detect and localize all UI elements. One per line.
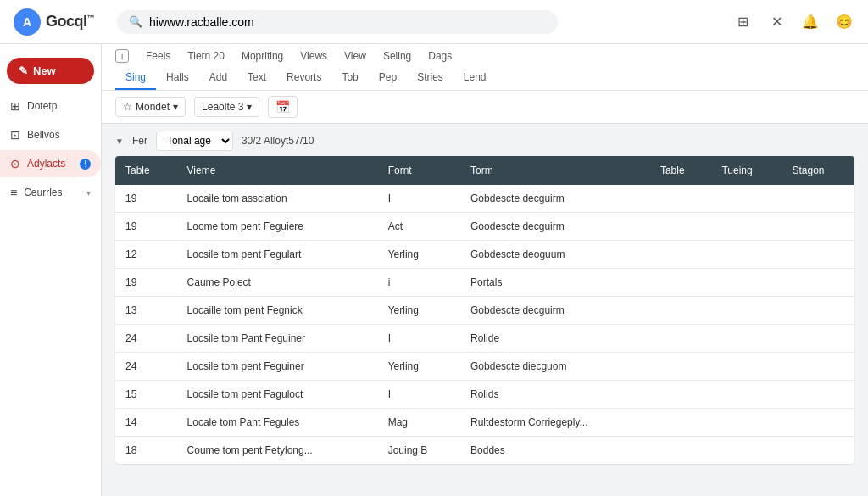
cell-r2-c4: [650, 241, 712, 269]
logo-letter: A: [23, 15, 31, 29]
cell-r7-c1: Locsile tom pent Faguloct: [177, 381, 378, 409]
cell-r2-c2: Yerling: [378, 241, 460, 269]
tab-text[interactable]: Text: [237, 66, 276, 90]
cell-r8-c3: Rultdestorm Corriegeply...: [460, 409, 650, 437]
tab-sing[interactable]: Sing: [115, 66, 156, 90]
row-filter-select[interactable]: Tonal age: [156, 131, 233, 151]
new-button[interactable]: ✎ New: [7, 58, 94, 84]
calendar-button[interactable]: 📅: [268, 96, 298, 118]
cell-r0-c0: 19: [115, 185, 177, 213]
cell-r3-c1: Caume Polect: [177, 269, 378, 297]
new-label: New: [33, 64, 56, 77]
layout: ✎ New ⊞ Dotetp ⊡ Bellvos ⊙ Adylacts ! ≡ …: [0, 44, 868, 496]
nav-top-views[interactable]: Views: [300, 50, 327, 62]
table-area: ▼ Fer Tonal age 30/2 Alloyt57/10 Table V…: [102, 124, 868, 496]
tab-halls[interactable]: Halls: [156, 66, 199, 90]
cell-r5-c3: Rolide: [460, 325, 650, 353]
cell-r1-c3: Goodescte decguirm: [460, 213, 650, 241]
cell-r8-c0: 14: [115, 409, 177, 437]
sidebar-item-dotetp[interactable]: ⊞ Dotetp: [0, 92, 101, 120]
table-row[interactable]: 12Locsile tom pent FegulartYerlingGobdes…: [115, 241, 854, 269]
grid-icon[interactable]: ⊞: [732, 12, 753, 32]
cell-r4-c6: [782, 297, 854, 325]
ceurrles-arrow: ▾: [86, 188, 91, 198]
cell-r1-c1: Loome tom pent Feguiere: [177, 213, 378, 241]
cell-r5-c6: [782, 325, 854, 353]
filter-dropdown-1[interactable]: ☆ Mondet ▾: [115, 97, 186, 117]
nav-top-seling[interactable]: Seling: [383, 50, 411, 62]
logo-circle: A: [14, 8, 41, 36]
notification-icon[interactable]: 🔔: [800, 12, 821, 32]
sidebar: ✎ New ⊞ Dotetp ⊡ Bellvos ⊙ Adylacts ! ≡ …: [0, 44, 102, 496]
cell-r2-c5: [711, 241, 782, 269]
col-header-tueing: Tueing: [711, 156, 782, 185]
main-content: i Feels Tiern 20 Mopriting Views View Se…: [102, 44, 868, 496]
table-row[interactable]: 18Coume tom pent Fetylong...Jouing BBodd…: [115, 437, 854, 465]
nav-top-mopriting[interactable]: Mopriting: [242, 50, 283, 62]
cell-r5-c4: [650, 325, 712, 353]
logo-name: Gocql: [46, 13, 87, 30]
nav-info-icon: i: [115, 49, 129, 63]
sidebar-item-bellvos[interactable]: ⊡ Bellvos: [0, 121, 101, 148]
logo-text: Gocql™: [46, 13, 94, 31]
table-row[interactable]: 24Locsile tom pent FeguinerYerlingGobdes…: [115, 353, 854, 381]
search-input[interactable]: [149, 15, 546, 29]
table-row[interactable]: 19Caume PolectiPortals: [115, 269, 854, 297]
cell-r0-c5: [711, 185, 782, 213]
cell-r1-c4: [650, 213, 712, 241]
sidebar-item-ceurrles[interactable]: ≡ Ceurrles ▾: [0, 179, 101, 206]
nav-top-tiern[interactable]: Tiern 20: [187, 50, 225, 62]
cell-r4-c3: Gobdescte decguirm: [460, 297, 650, 325]
cell-r6-c6: [782, 353, 854, 381]
chevron-down-icon-2: ▾: [247, 101, 252, 113]
cell-r4-c0: 13: [115, 297, 177, 325]
table-row[interactable]: 14Locale tom Pant FegulesMagRultdestorm …: [115, 409, 854, 437]
tab-revorts[interactable]: Revorts: [276, 66, 331, 90]
account-icon[interactable]: 😊: [834, 12, 854, 32]
cell-r6-c5: [711, 353, 782, 381]
nav-top-dags[interactable]: Dags: [428, 50, 452, 62]
cell-r8-c2: Mag: [378, 409, 460, 437]
cell-r8-c5: [711, 409, 782, 437]
calendar-icon: 📅: [275, 100, 290, 114]
col-header-stagon: Stagon: [782, 156, 854, 185]
table-row[interactable]: 24Locsile tom Pant FeguinerIRolide: [115, 325, 854, 353]
nav-top-feels[interactable]: Feels: [146, 50, 170, 62]
table-row[interactable]: 13Locaille tom pent FegnickYerlingGobdes…: [115, 297, 854, 325]
close-icon[interactable]: ✕: [766, 12, 787, 32]
bellvos-icon: ⊡: [10, 128, 20, 142]
sidebar-label-ceurrles: Ceurrles: [24, 187, 62, 198]
tab-add[interactable]: Add: [199, 66, 237, 90]
nav-top-view[interactable]: View: [344, 50, 366, 62]
cell-r4-c4: [650, 297, 712, 325]
row-filter-count: 30/2 Alloyt57/10: [242, 135, 314, 147]
data-table: Table Vieme Fornt Torm Table Tueing Stag…: [115, 156, 854, 464]
sidebar-label-dotetp: Dotetp: [27, 100, 57, 112]
tab-pep[interactable]: Pep: [369, 66, 407, 90]
filter-dropdown-2[interactable]: Leaolte 3 ▾: [194, 97, 259, 117]
cell-r4-c1: Locaille tom pent Fegnick: [177, 297, 378, 325]
search-bar[interactable]: 🔍: [117, 10, 558, 34]
table-row[interactable]: 15Locsile tom pent FaguloctIRolids: [115, 381, 854, 409]
filter-icon-1: ☆: [123, 101, 132, 113]
cell-r9-c6: [782, 437, 854, 465]
filter-label-1: Mondet: [136, 101, 170, 113]
nav-top: i Feels Tiern 20 Mopriting Views View Se…: [115, 44, 854, 66]
cell-r9-c0: 18: [115, 437, 177, 465]
cell-r1-c6: [782, 213, 854, 241]
cell-r6-c2: Yerling: [378, 353, 460, 381]
tab-stries[interactable]: Stries: [407, 66, 453, 90]
cell-r3-c2: i: [378, 269, 460, 297]
row-filter-label: Fer: [132, 135, 147, 147]
sidebar-label-adylacts: Adylacts: [27, 158, 65, 170]
tab-tob[interactable]: Tob: [331, 66, 368, 90]
expand-chevron[interactable]: ▼: [115, 137, 124, 146]
tab-lend[interactable]: Lend: [453, 66, 497, 90]
sidebar-item-adylacts[interactable]: ⊙ Adylacts !: [0, 150, 101, 177]
cell-r7-c2: I: [378, 381, 460, 409]
table-row[interactable]: 19Loome tom pent FeguiereActGoodescte de…: [115, 213, 854, 241]
cell-r6-c4: [650, 353, 712, 381]
logo-area: A Gocql™: [14, 8, 107, 36]
table-row[interactable]: 19Locaile tom assciationIGobdescte decgu…: [115, 185, 854, 213]
cell-r9-c1: Coume tom pent Fetylong...: [177, 437, 378, 465]
